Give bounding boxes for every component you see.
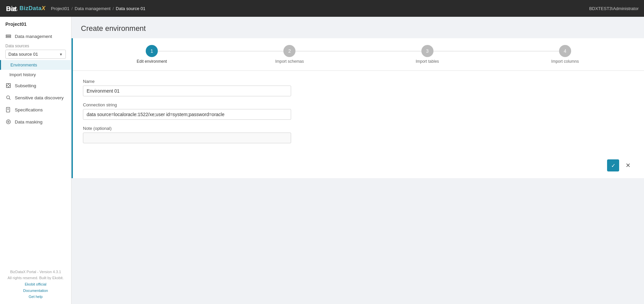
- svg-text:Data: Data: [6, 5, 17, 12]
- step-circle-3: 3: [421, 45, 433, 57]
- svg-rect-3: [6, 37, 11, 38]
- breadcrumb-sep1: /: [72, 6, 73, 11]
- breadcrumb: Project01 / Data management / Data sourc…: [51, 6, 145, 11]
- sidebar-item-import-history[interactable]: Import history: [0, 70, 71, 80]
- step-circle-1: 1: [146, 45, 158, 57]
- close-icon: ✕: [626, 162, 631, 169]
- sidebar-item-sensitive-data[interactable]: Sensitive data discovery: [0, 92, 71, 104]
- svg-rect-2: [6, 35, 11, 36]
- svg-point-4: [7, 96, 10, 99]
- footer-link-help[interactable]: Get help: [29, 295, 43, 299]
- sidebar-item-data-management[interactable]: Data management: [0, 30, 71, 42]
- sidebar-item-specifications[interactable]: Specifications: [0, 104, 71, 116]
- sidebar-item-data-masking[interactable]: Data masking: [0, 116, 71, 128]
- wizard-steps: 1 Edit environment 2 Import schemas 3 Im…: [73, 38, 644, 71]
- note-group: Note (optional): [83, 126, 634, 143]
- datasource-selector-value: Data source 01: [8, 52, 38, 57]
- wizard-form: Name Connection string Note (optional): [73, 71, 644, 156]
- sensitive-data-label: Sensitive data discovery: [15, 95, 64, 100]
- sidebar-item-subsetting[interactable]: Subsetting: [0, 80, 71, 92]
- layers-icon: [5, 33, 11, 39]
- data-sources-label: Data sources: [5, 44, 66, 48]
- confirm-button[interactable]: ✓: [607, 159, 619, 171]
- footer-link-docs[interactable]: Documentation: [23, 289, 48, 293]
- import-history-label: Import history: [9, 72, 36, 77]
- data-management-label: Data management: [15, 34, 52, 39]
- breadcrumb-data-source: Data source 01: [116, 6, 145, 11]
- name-label: Name: [83, 79, 634, 84]
- sidebar-footer: BizDataX Portal - Version 4.3.1 All righ…: [0, 265, 71, 304]
- svg-line-5: [9, 99, 11, 100]
- wizard-step-1[interactable]: 1 Edit environment: [83, 45, 221, 64]
- page-title: Create environment: [72, 17, 644, 38]
- svg-point-9: [6, 120, 10, 124]
- connection-input[interactable]: [83, 109, 291, 120]
- footer-rights: All rights reserved. Built by Ekobit.: [5, 275, 66, 281]
- note-input[interactable]: [83, 133, 291, 143]
- wizard-panel: 1 Edit environment 2 Import schemas 3 Im…: [72, 38, 644, 178]
- specifications-label: Specifications: [15, 107, 43, 112]
- breadcrumb-sep2: /: [112, 6, 114, 11]
- user-info: BDXTEST3\Administrator: [589, 6, 639, 11]
- connection-group: Connection string: [83, 102, 634, 120]
- datasource-selector[interactable]: Data source 01 ▼: [5, 50, 66, 59]
- step-label-1: Edit environment: [137, 59, 167, 64]
- wizard-step-3[interactable]: 3 Import tables: [359, 45, 496, 64]
- logo[interactable]: Biz Data BizDataX: [5, 2, 46, 14]
- book-icon: [5, 107, 11, 113]
- topnav: Biz Data BizDataX Project01 / Data manag…: [0, 0, 644, 17]
- data-masking-label: Data masking: [15, 119, 43, 124]
- checkmark-icon: ✓: [611, 162, 615, 169]
- step-label-3: Import tables: [416, 59, 439, 64]
- step-label-2: Import schemas: [275, 59, 304, 64]
- note-label: Note (optional): [83, 126, 634, 131]
- connection-label: Connection string: [83, 102, 634, 107]
- cancel-button[interactable]: ✕: [622, 159, 634, 171]
- breadcrumb-project[interactable]: Project01: [51, 6, 70, 11]
- environments-label: Environments: [10, 62, 37, 67]
- footer-link-ekobit[interactable]: Ekobit official: [25, 282, 47, 286]
- sidebar-item-environments[interactable]: Environments: [0, 60, 71, 70]
- search-icon: [5, 95, 11, 101]
- chevron-down-icon: ▼: [59, 52, 63, 56]
- data-sources-section: Data sources Data source 01 ▼: [0, 42, 71, 60]
- step-circle-2: 2: [283, 45, 295, 57]
- name-group: Name: [83, 79, 634, 96]
- breadcrumb-data-management[interactable]: Data management: [75, 6, 110, 11]
- step-label-4: Import columns: [551, 59, 579, 64]
- step-circle-4: 4: [559, 45, 571, 57]
- wizard-step-4[interactable]: 4 Import columns: [496, 45, 634, 64]
- name-input[interactable]: [83, 86, 291, 96]
- sidebar-project-title: Project01: [0, 17, 71, 30]
- footer-version: BizDataX Portal - Version 4.3.1: [5, 269, 66, 275]
- subsetting-label: Subsetting: [15, 83, 36, 88]
- sidebar: Project01 Data management Data sources D…: [0, 17, 72, 304]
- main-content: Create environment 1 Edit environment 2 …: [72, 17, 644, 304]
- puzzle-icon: [5, 83, 11, 89]
- svg-point-10: [8, 121, 9, 122]
- mask-icon: [5, 119, 11, 125]
- wizard-actions: ✓ ✕: [73, 156, 644, 178]
- wizard-step-2[interactable]: 2 Import schemas: [221, 45, 358, 64]
